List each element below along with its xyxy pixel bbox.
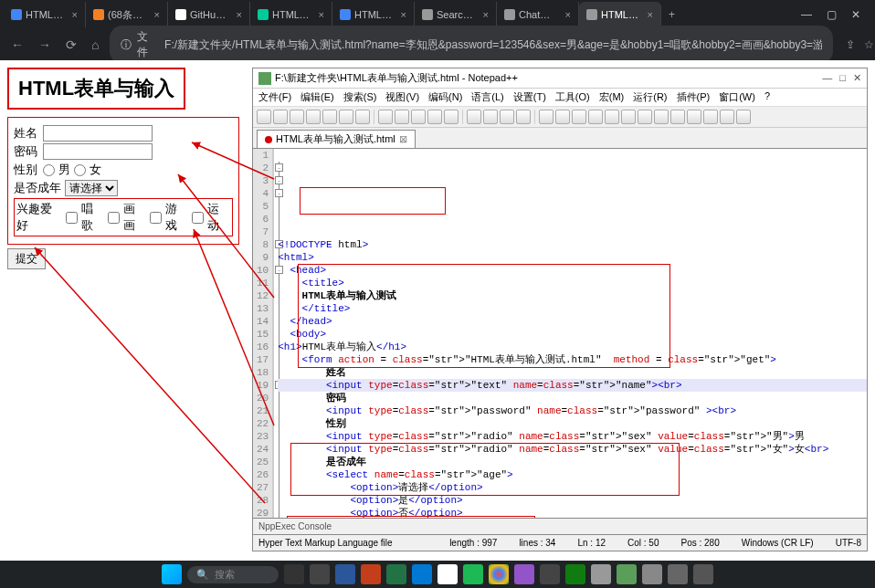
npp-minimize-icon[interactable]: — [822,72,832,84]
name-input[interactable] [43,125,153,142]
submit-button[interactable]: 提交 [7,248,46,269]
menu-plugins[interactable]: 插件(P) [677,90,711,104]
close-icon[interactable]: × [401,9,406,20]
menu-edit[interactable]: 编辑(E) [300,90,334,104]
menu-macro[interactable]: 宏(M) [599,90,625,104]
menu-run[interactable]: 运行(R) [633,90,667,104]
toolbar-icon[interactable] [736,110,751,124]
hobby4-checkbox[interactable] [192,212,204,224]
task-icon[interactable] [361,564,381,584]
task-icon[interactable] [565,564,585,584]
toolbar-icon[interactable] [687,110,701,124]
url-input[interactable]: ⓘ 文件 F:/新建文件夹/HTML表单与输入测试.html?name=李知恩&… [110,26,833,64]
task-icon[interactable] [463,564,483,584]
toolbar-icon[interactable] [588,110,603,124]
task-icon[interactable] [514,564,534,584]
close-icon[interactable]: × [483,9,489,20]
task-icon[interactable] [591,564,611,584]
toolbar-icon[interactable] [395,110,409,124]
task-icon[interactable] [642,564,662,584]
task-icon[interactable] [412,564,432,584]
hobby1-checkbox[interactable] [66,212,78,224]
npp-taskbar-icon[interactable] [617,564,637,584]
code-area[interactable]: <!DOCTYPE html><html> <head> <title> HTM… [274,149,867,518]
toolbar-icon[interactable] [500,110,514,124]
tab-1[interactable]: (68条消息) C× [86,2,168,27]
menu-file[interactable]: 文件(F) [258,90,291,104]
tab-2[interactable]: GitHub: Let'× [168,2,250,27]
tab-0[interactable]: HTML元素表× [4,2,86,27]
home-button[interactable]: ⌂ [88,37,102,52]
toolbar-icon[interactable] [670,110,685,124]
toolbar-icon[interactable] [273,110,288,124]
toolbar-icon[interactable] [572,110,586,124]
toolbar-icon[interactable] [703,110,718,124]
toolbar-icon[interactable] [555,110,570,124]
toolbar-icon[interactable] [539,110,553,124]
toolbar-icon[interactable] [355,110,370,124]
close-icon[interactable]: × [648,9,653,20]
back-button[interactable]: ← [7,37,27,52]
share-icon[interactable]: ⇪ [846,38,855,51]
toolbar-icon[interactable] [483,110,498,124]
toolbar-icon[interactable] [654,110,669,124]
npp-tab-close-icon[interactable]: ⊠ [399,133,407,145]
menu-view[interactable]: 视图(V) [385,90,419,104]
toolbar-icon[interactable] [516,110,531,124]
menu-window[interactable]: 窗口(W) [719,90,755,104]
info-icon[interactable]: ⓘ [121,37,132,53]
sex-male-radio[interactable] [43,164,55,176]
toolbar-icon[interactable] [257,110,271,124]
npp-close-icon[interactable]: ✕ [853,72,861,84]
age-select[interactable]: 请选择 [65,180,118,196]
toolbar-icon[interactable] [605,110,619,124]
toolbar-icon[interactable] [720,110,734,124]
forward-button[interactable]: → [35,37,55,52]
chrome-icon[interactable] [489,564,509,584]
toolbar-icon[interactable] [444,110,459,124]
hobby3-checkbox[interactable] [150,212,162,224]
new-tab-button[interactable]: + [661,8,682,21]
toolbar-icon[interactable] [467,110,481,124]
maximize-icon[interactable]: ▢ [827,8,837,21]
password-input[interactable] [43,143,153,160]
npp-editor[interactable]: 1234567891011121314151617181920212223242… [253,149,867,518]
start-icon[interactable] [162,564,182,584]
npp-console[interactable]: NppExec Console [253,518,867,534]
tab-7-active[interactable]: HTML表单与× [579,2,661,27]
npp-maximize-icon[interactable]: □ [839,72,846,84]
tab-6[interactable]: ChatGPT W× [497,2,579,27]
toolbar-icon[interactable] [378,110,393,124]
toolbar-icon[interactable] [290,110,304,124]
tab-4[interactable]: HTML头部完× [332,2,415,27]
menu-language[interactable]: 语言(L) [471,90,503,104]
task-icon[interactable] [668,564,688,584]
npp-titlebar[interactable]: F:\新建文件夹\HTML表单与输入测试.html - Notepad++ — … [253,68,867,89]
task-icon[interactable] [386,564,406,584]
menu-help[interactable]: ? [764,90,770,104]
menu-search[interactable]: 搜索(S) [343,90,377,104]
star-icon[interactable]: ☆ [864,38,874,51]
close-icon[interactable]: × [319,9,324,20]
menu-settings[interactable]: 设置(T) [513,90,546,104]
toolbar-icon[interactable] [339,110,353,124]
menu-tools[interactable]: 工具(O) [555,90,590,104]
menu-encoding[interactable]: 编码(N) [428,90,462,104]
sex-female-radio[interactable] [74,164,86,176]
close-icon[interactable]: × [154,9,160,20]
tab-3[interactable]: HTML 教程× [250,2,332,27]
toolbar-icon[interactable] [638,110,652,124]
tab-5[interactable]: Search result× [415,2,497,27]
task-icon[interactable] [284,564,304,584]
close-icon[interactable]: × [237,9,242,20]
task-icon[interactable] [540,564,560,584]
close-window-icon[interactable]: ✕ [851,8,860,21]
toolbar-icon[interactable] [306,110,321,124]
minimize-icon[interactable]: — [801,8,812,21]
task-icon[interactable] [310,564,330,584]
hobby2-checkbox[interactable] [108,212,120,224]
taskbar-search[interactable]: 🔍搜索 [187,566,279,583]
task-icon[interactable] [693,564,713,584]
toolbar-icon[interactable] [427,110,442,124]
task-icon[interactable] [335,564,355,584]
